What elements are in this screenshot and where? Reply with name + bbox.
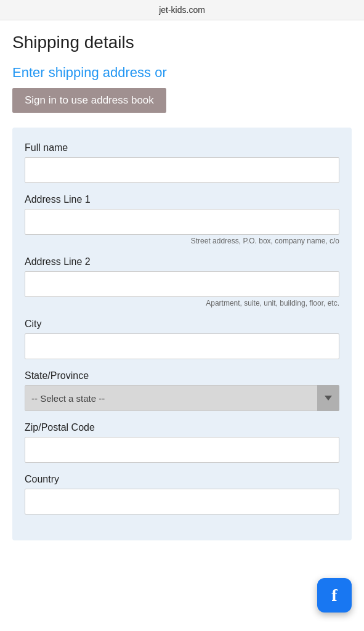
facebook-icon: f bbox=[331, 585, 337, 605]
city-group: City bbox=[25, 319, 339, 359]
country-group: Country bbox=[25, 474, 339, 515]
full-name-input[interactable] bbox=[25, 157, 339, 183]
full-name-label: Full name bbox=[25, 142, 339, 153]
city-input[interactable] bbox=[25, 333, 339, 359]
address-line2-input[interactable] bbox=[25, 271, 339, 297]
address-line1-input[interactable] bbox=[25, 209, 339, 235]
address-line1-hint: Street address, P.O. box, company name, … bbox=[25, 237, 339, 245]
state-label: State/Province bbox=[25, 370, 339, 381]
browser-address-bar: jet-kids.com bbox=[0, 0, 364, 20]
sign-in-button[interactable]: Sign in to use address book bbox=[12, 88, 166, 113]
state-select[interactable]: -- Select a state -- bbox=[25, 385, 339, 411]
shipping-form: Full name Address Line 1 Street address,… bbox=[12, 128, 352, 540]
address-line2-label: Address Line 2 bbox=[25, 256, 339, 267]
city-label: City bbox=[25, 319, 339, 330]
domain-text: jet-kids.com bbox=[159, 5, 205, 15]
address-line2-hint: Apartment, suite, unit, building, floor,… bbox=[25, 299, 339, 307]
address-line1-group: Address Line 1 Street address, P.O. box,… bbox=[25, 194, 339, 245]
zip-input[interactable] bbox=[25, 437, 339, 463]
zip-label: Zip/Postal Code bbox=[25, 422, 339, 433]
full-name-group: Full name bbox=[25, 142, 339, 183]
country-label: Country bbox=[25, 474, 339, 485]
facebook-fab-button[interactable]: f bbox=[317, 578, 352, 613]
zip-group: Zip/Postal Code bbox=[25, 422, 339, 463]
address-line2-group: Address Line 2 Apartment, suite, unit, b… bbox=[25, 256, 339, 307]
address-line1-label: Address Line 1 bbox=[25, 194, 339, 205]
page-title: Shipping details bbox=[12, 33, 352, 52]
state-group: State/Province -- Select a state -- bbox=[25, 370, 339, 411]
country-input[interactable] bbox=[25, 489, 339, 515]
state-select-wrapper: -- Select a state -- bbox=[25, 385, 339, 411]
enter-address-prompt: Enter shipping address or bbox=[12, 65, 352, 81]
